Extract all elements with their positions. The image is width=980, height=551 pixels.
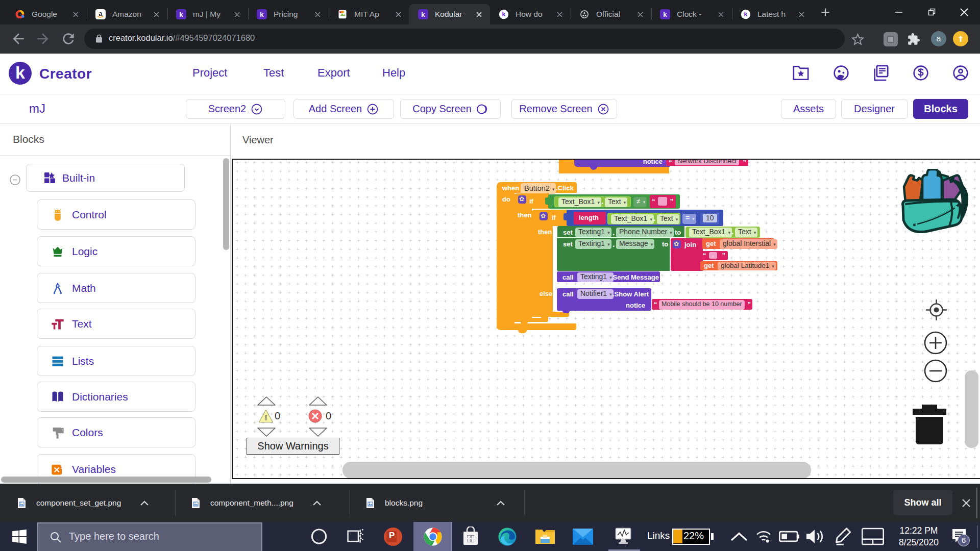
svg-text:y: y: [61, 462, 64, 468]
svg-text:k: k: [744, 11, 748, 18]
svg-text:k: k: [179, 11, 183, 18]
svg-text:k: k: [663, 11, 667, 18]
svg-text:!: !: [265, 414, 267, 422]
svg-text:k: k: [421, 11, 425, 18]
svg-text:k: k: [260, 11, 264, 18]
svg-text:k: k: [502, 11, 506, 18]
svg-text:a: a: [99, 10, 103, 17]
